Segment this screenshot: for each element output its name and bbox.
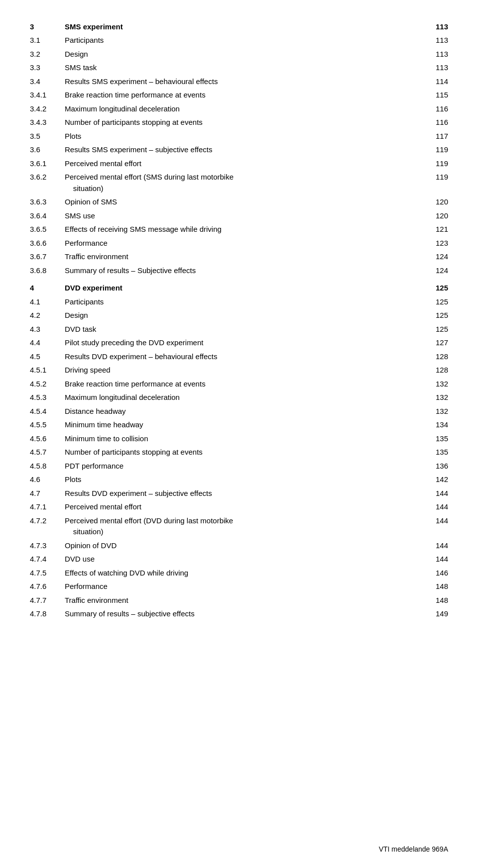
toc-number: 3.6 xyxy=(30,143,65,157)
toc-title: Participants xyxy=(65,34,418,48)
toc-row: 4.1Participants125 xyxy=(30,295,448,309)
toc-title: Traffic environment xyxy=(65,593,418,607)
toc-title: Perceived mental effort (DVD during last… xyxy=(65,514,418,539)
toc-page: 136 xyxy=(418,459,448,473)
toc-title: Perceived mental effort xyxy=(65,157,418,171)
toc-page: 146 xyxy=(418,566,448,580)
toc-number: 4.5.2 xyxy=(30,377,65,391)
toc-row: 4.5.3Maximum longitudinal deceleration13… xyxy=(30,391,448,405)
toc-number: 4.7.3 xyxy=(30,539,65,553)
toc-page: 148 xyxy=(418,593,448,607)
toc-title: Number of participants stopping at event… xyxy=(65,116,418,130)
toc-title: Number of participants stopping at event… xyxy=(65,446,418,460)
toc-page: 128 xyxy=(418,350,448,364)
toc-page: 120 xyxy=(418,209,448,223)
toc-title: Distance headway xyxy=(65,404,418,418)
toc-number: 4.7.7 xyxy=(30,593,65,607)
toc-row: 3.6Results SMS experiment – subjective e… xyxy=(30,143,448,157)
toc-number: 4.7.4 xyxy=(30,553,65,567)
toc-row: 3.4.1Brake reaction time performance at … xyxy=(30,89,448,102)
toc-title: Perceived mental effort xyxy=(65,500,418,514)
toc-number: 3.6.8 xyxy=(30,264,65,278)
toc-number: 4.5.1 xyxy=(30,364,65,378)
toc-title: Traffic environment xyxy=(65,250,418,264)
toc-page: 132 xyxy=(418,404,448,418)
toc-number: 4.1 xyxy=(30,295,65,309)
toc-title: Opinion of SMS xyxy=(65,195,418,209)
toc-page: 135 xyxy=(418,446,448,460)
toc-number: 4.7 xyxy=(30,486,65,500)
toc-number: 3.6.4 xyxy=(30,209,65,223)
toc-page: 113 xyxy=(418,61,448,75)
toc-row: 3.6.8Summary of results – Subjective eff… xyxy=(30,264,448,278)
toc-row: 4.5.6Minimum time to collision135 xyxy=(30,432,448,446)
toc-number: 3.4.2 xyxy=(30,102,65,116)
toc-title: PDT performance xyxy=(65,459,418,473)
toc-number: 4.5.5 xyxy=(30,418,65,432)
toc-page: 144 xyxy=(418,486,448,500)
toc-table: 3SMS experiment1133.1Participants1133.2D… xyxy=(30,20,448,621)
toc-number: 3.3 xyxy=(30,61,65,75)
toc-title: Results SMS experiment – behavioural eff… xyxy=(65,75,418,89)
toc-row: 3.4.3Number of participants stopping at … xyxy=(30,116,448,130)
toc-title: Results DVD experiment – subjective effe… xyxy=(65,486,418,500)
toc-row: 4.7.6Performance148 xyxy=(30,580,448,594)
toc-page: 144 xyxy=(418,553,448,567)
toc-row: 3.1Participants113 xyxy=(30,34,448,48)
toc-number: 4.5.6 xyxy=(30,432,65,446)
toc-page: 144 xyxy=(418,500,448,514)
toc-page: 135 xyxy=(418,432,448,446)
toc-page: 149 xyxy=(418,607,448,621)
toc-row: 4.5.1Driving speed128 xyxy=(30,364,448,378)
toc-number: 3.6.7 xyxy=(30,250,65,264)
toc-title: Maximum longitudinal deceleration xyxy=(65,102,418,116)
toc-title: DVD use xyxy=(65,553,418,567)
toc-row: 4DVD experiment125 xyxy=(30,282,448,295)
toc-page: 148 xyxy=(418,580,448,594)
toc-row: 4.3DVD task125 xyxy=(30,322,448,336)
toc-title: Plots xyxy=(65,129,418,143)
toc-page: 144 xyxy=(418,539,448,553)
toc-page: 124 xyxy=(418,264,448,278)
toc-title: Summary of results – Subjective effects xyxy=(65,264,418,278)
toc-page: 132 xyxy=(418,391,448,405)
toc-page: 123 xyxy=(418,236,448,250)
toc-row: 3.2Design113 xyxy=(30,47,448,61)
toc-title: Minimum time to collision xyxy=(65,432,418,446)
toc-row: 4.6Plots142 xyxy=(30,473,448,487)
toc-row: 4.5.4Distance headway132 xyxy=(30,404,448,418)
toc-row: 3.3SMS task113 xyxy=(30,61,448,75)
toc-page: 113 xyxy=(418,20,448,34)
toc-page: 113 xyxy=(418,47,448,61)
toc-row: 3.4Results SMS experiment – behavioural … xyxy=(30,75,448,89)
toc-number: 4.5 xyxy=(30,350,65,364)
toc-page: 119 xyxy=(418,143,448,157)
toc-row: 3.6.7Traffic environment124 xyxy=(30,250,448,264)
toc-title: Plots xyxy=(65,473,418,487)
toc-number: 4.7.2 xyxy=(30,514,65,539)
toc-page: 125 xyxy=(418,295,448,309)
toc-row: 3.6.3Opinion of SMS120 xyxy=(30,195,448,209)
toc-row: 4.5.2Brake reaction time performance at … xyxy=(30,377,448,391)
toc-spacer xyxy=(30,278,448,282)
toc-page: 120 xyxy=(418,195,448,209)
toc-row: 3.5Plots117 xyxy=(30,129,448,143)
toc-title: DVD experiment xyxy=(65,282,418,295)
toc-number: 3.4.3 xyxy=(30,116,65,130)
toc-row: 4.7.2Perceived mental effort (DVD during… xyxy=(30,514,448,539)
toc-row: 4.4Pilot study preceding the DVD experim… xyxy=(30,336,448,350)
toc-number: 4.5.4 xyxy=(30,404,65,418)
toc-page: 119 xyxy=(418,157,448,171)
toc-number: 3.6.3 xyxy=(30,195,65,209)
toc-title: Performance xyxy=(65,580,418,594)
toc-title: Maximum longitudinal deceleration xyxy=(65,391,418,405)
toc-number: 3.4.1 xyxy=(30,89,65,102)
toc-page: 117 xyxy=(418,129,448,143)
toc-page: 132 xyxy=(418,377,448,391)
toc-number: 4.7.5 xyxy=(30,566,65,580)
toc-title: Driving speed xyxy=(65,364,418,378)
toc-page: 142 xyxy=(418,473,448,487)
toc-row: 3.6.2Perceived mental effort (SMS during… xyxy=(30,171,448,195)
toc-number: 4.4 xyxy=(30,336,65,350)
toc-page: 124 xyxy=(418,250,448,264)
